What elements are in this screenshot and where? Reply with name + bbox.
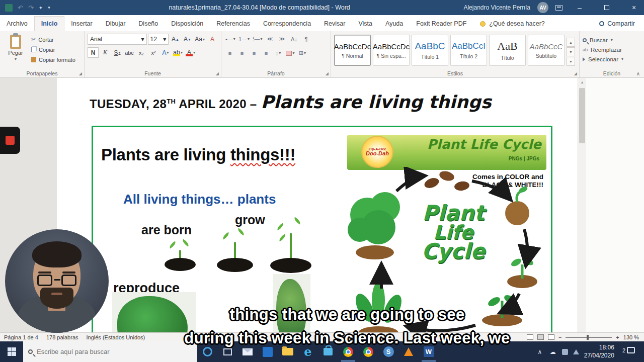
taskbar-clock[interactable]: 18:06 27/04/2020 [584,344,614,359]
show-paragraph-marks-button[interactable]: ¶ [301,34,312,44]
change-case-button[interactable]: Aa▾ [194,34,206,45]
tab-vista[interactable]: Vista [352,17,379,31]
vertical-scrollbar[interactable]: ▴ [578,78,586,332]
tab-dibujar[interactable]: Dibujar [99,17,132,31]
task-view-button[interactable] [217,341,237,362]
vlc-button[interactable] [398,341,419,362]
replace-button[interactable]: ab Reemplazar [583,45,641,54]
font-size-select[interactable]: 12 ▾ [148,34,169,45]
mail-button[interactable] [237,341,258,362]
align-left-button[interactable]: ≡ [224,48,235,58]
increase-indent-button[interactable]: ≫ [277,34,288,44]
sort-button[interactable]: A↓ [289,34,300,44]
bullets-button[interactable]: •—▾ [224,34,236,44]
skype-button[interactable]: S [378,341,398,362]
font-color-button[interactable]: A▾ [185,47,196,58]
line-spacing-button[interactable]: ↕▾ [273,48,284,58]
borders-button[interactable]: ⊞▾ [297,48,308,58]
style-title[interactable]: AaB Título [489,35,526,66]
zoom-level[interactable]: 130 % [623,334,639,340]
tab-ayuda[interactable]: Ayuda [379,17,410,31]
grow-font-button[interactable]: A▲ [170,34,181,45]
close-button[interactable]: × [624,0,644,15]
underline-button[interactable]: S▾ [112,47,123,58]
redo-icon[interactable]: ↷ [28,4,34,12]
highlight-button[interactable]: ab▾ [172,47,184,58]
chrome-profile2-button[interactable] [358,341,378,362]
styles-more-icon[interactable]: ▾ [567,57,575,66]
tab-correspondencia[interactable]: Correspondencia [257,17,317,31]
clear-formatting-button[interactable]: A [207,34,218,45]
scroll-up-icon[interactable]: ▴ [578,78,586,86]
copy-button[interactable]: Copiar [31,45,75,54]
taskbar-search-input[interactable] [37,348,178,355]
tell-me-search[interactable]: ¿Qué desea hacer? [473,20,552,31]
restore-button[interactable] [597,0,617,15]
paragraph-dialog-launcher-icon[interactable]: ◢ [326,71,329,76]
touch-mode-icon[interactable]: ✦ [39,5,43,11]
start-button[interactable] [0,341,23,362]
scrollbar-thumb[interactable] [579,88,585,143]
word-count[interactable]: 178 palabras [46,334,78,340]
collapse-ribbon-icon[interactable]: ∧ [636,71,640,76]
notification-center-button[interactable]: 2 [619,347,640,356]
language-indicator[interactable]: Inglés (Estados Unidos) [87,334,145,340]
cortana-button[interactable] [197,341,217,362]
shading-button[interactable]: ▾ [285,48,296,58]
edge-button[interactable]: e [298,341,318,362]
subscript-button[interactable]: x₂ [136,47,147,58]
chrome-button[interactable] [338,341,358,362]
onedrive-icon[interactable]: ☁ [549,348,557,355]
style-normal[interactable]: AaBbCcDc ¶ Normal [334,35,371,66]
clipboard-dialog-launcher-icon[interactable]: ◢ [79,71,82,76]
user-avatar[interactable]: AV [537,2,548,13]
bold-button[interactable]: N [88,47,99,58]
styles-scroll-down-icon[interactable]: ▾ [567,47,575,56]
web-layout-icon[interactable] [548,334,554,340]
find-button[interactable]: Buscar ▾ [583,35,641,45]
share-button[interactable]: Compartir [590,20,644,31]
page-indicator[interactable]: Página 1 de 4 [4,334,38,340]
read-mode-icon[interactable] [527,334,533,340]
word-taskbar-button[interactable]: W [419,341,439,362]
select-button[interactable]: Seleccionar ▾ [583,54,641,64]
security-icon[interactable] [562,349,568,355]
justify-button[interactable]: ≡ [261,48,272,58]
tray-chevron-icon[interactable]: ∧ [536,348,544,355]
tab-referencias[interactable]: Referencias [210,17,257,31]
tab-inicio[interactable]: Inicio [34,16,65,31]
inserted-image[interactable]: Plants are living things!!! All living t… [92,126,552,332]
network-icon[interactable] [573,349,579,354]
tab-disposicion[interactable]: Disposición [165,17,210,31]
text-effects-button[interactable]: A▾ [160,47,171,58]
style-subtitle[interactable]: AaBbCcC Subtítulo [528,35,565,66]
zoom-slider-thumb[interactable] [587,335,589,340]
zoom-out-button[interactable]: − [558,334,561,340]
minimize-button[interactable]: – [570,0,590,15]
file-explorer-button[interactable] [278,341,298,362]
undo-icon[interactable]: ↶ [18,4,23,12]
tab-insertar[interactable]: Insertar [64,17,99,31]
store-button[interactable] [318,341,338,362]
tab-archivo[interactable]: Archivo [0,17,34,31]
italic-button[interactable]: K [100,47,111,58]
align-center-button[interactable]: ≡ [236,48,248,58]
style-heading1[interactable]: AaBbC Título 1 [412,35,448,66]
signed-in-user[interactable]: Alejandro Vicente Pernía [463,4,530,11]
paste-button[interactable]: Pegar ▾ [3,34,28,64]
styles-dialog-launcher-icon[interactable]: ◢ [574,71,577,76]
superscript-button[interactable]: x² [148,47,159,58]
strikethrough-button[interactable]: abc [124,47,135,58]
photos-button[interactable] [258,341,278,362]
numbering-button[interactable]: 1—▾ [237,34,251,44]
zoom-slider[interactable] [566,337,612,338]
format-painter-button[interactable]: Copiar formato [31,55,75,64]
tab-diseno[interactable]: Diseño [132,17,165,31]
zoom-in-button[interactable]: + [616,334,619,340]
font-dialog-launcher-icon[interactable]: ◢ [216,71,219,76]
ribbon-display-options-icon[interactable] [555,5,562,11]
cut-button[interactable]: ✂ Cortar [31,35,75,44]
style-heading2[interactable]: AaBbCcI Título 2 [450,35,487,66]
styles-scroll-up-icon[interactable]: ▴ [567,38,575,47]
font-family-select[interactable]: Arial ▾ [88,34,147,45]
